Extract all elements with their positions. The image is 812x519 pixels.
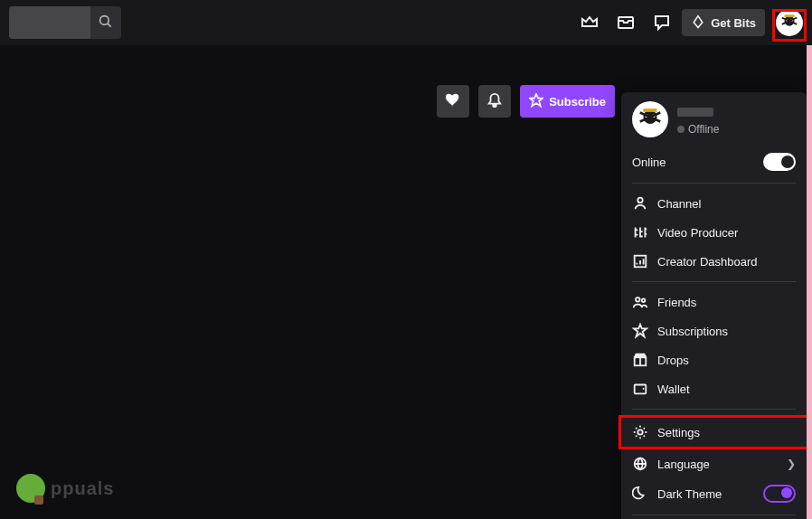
language-label: Language — [657, 458, 710, 471]
chevron-right-icon: ❯ — [787, 458, 796, 470]
bits-icon — [691, 14, 705, 32]
dashboard-icon — [632, 253, 648, 269]
status-label: Offline — [688, 123, 719, 136]
menu-item-creator-dashboard[interactable]: Creator Dashboard — [621, 247, 807, 276]
friends-icon — [632, 294, 648, 310]
channel-action-row: Subscribe — [437, 85, 615, 118]
svg-point-14 — [637, 429, 642, 434]
subscribe-label: Subscribe — [549, 95, 606, 109]
menu-header: Offline — [621, 101, 807, 146]
svg-point-13 — [643, 388, 645, 390]
subscribe-button[interactable]: Subscribe — [520, 85, 615, 118]
wallet-label: Wallet — [657, 382, 690, 396]
moon-icon — [632, 486, 648, 502]
divider — [632, 514, 796, 515]
creator-dashboard-label: Creator Dashboard — [657, 255, 758, 269]
get-bits-label: Get Bits — [711, 16, 756, 30]
menu-item-video-producer[interactable]: Video Producer — [621, 218, 807, 247]
search-input[interactable] — [9, 6, 90, 39]
online-toggle[interactable] — [763, 153, 796, 171]
subscriptions-label: Subscriptions — [657, 325, 728, 338]
watermark-logo-icon — [16, 474, 45, 503]
menu-avatar — [632, 101, 668, 137]
menu-item-wallet[interactable]: Wallet — [621, 374, 807, 403]
divider — [632, 183, 796, 184]
menu-username — [677, 108, 713, 117]
divider — [632, 409, 796, 410]
online-toggle-row: Online — [621, 146, 807, 177]
watermark-text: ppuals — [51, 478, 114, 499]
prime-loot-icon[interactable] — [581, 14, 599, 32]
get-bits-button[interactable]: Get Bits — [682, 9, 765, 36]
search-button[interactable] — [90, 6, 121, 39]
follow-button[interactable] — [437, 85, 469, 118]
bell-icon — [486, 92, 503, 111]
dark-theme-toggle[interactable] — [763, 485, 796, 503]
menu-item-subscriptions[interactable]: Subscriptions — [621, 316, 807, 345]
channel-icon — [632, 195, 648, 212]
status-dot-icon — [677, 126, 685, 133]
online-label: Online — [632, 156, 754, 169]
heart-icon — [445, 92, 461, 111]
menu-item-settings[interactable]: Settings — [618, 415, 809, 449]
divider — [632, 281, 796, 282]
top-icon-group — [581, 14, 671, 32]
channel-label: Channel — [657, 197, 701, 211]
svg-point-10 — [642, 298, 646, 302]
menu-item-drops[interactable]: Drops — [621, 345, 807, 374]
svg-point-7 — [637, 198, 642, 203]
friends-label: Friends — [657, 296, 696, 309]
watermark: ppuals — [16, 474, 114, 503]
menu-item-dark-theme: Dark Theme — [621, 478, 807, 509]
svg-point-9 — [636, 297, 640, 302]
skull-avatar-icon — [779, 13, 799, 33]
drops-icon — [632, 352, 648, 368]
wallet-icon — [632, 381, 648, 397]
drops-label: Drops — [657, 354, 689, 367]
star-icon — [529, 93, 543, 110]
menu-item-channel[interactable]: Channel — [621, 189, 807, 218]
right-edge-decoration — [807, 45, 812, 519]
settings-label: Settings — [657, 426, 700, 439]
gear-icon — [632, 424, 648, 440]
svg-rect-12 — [635, 385, 647, 394]
video-producer-icon — [632, 224, 648, 241]
menu-status: Offline — [677, 123, 796, 136]
notifications-button[interactable] — [478, 85, 511, 118]
video-producer-label: Video Producer — [657, 226, 738, 240]
user-dropdown-menu: Offline Online Channel Video Producer — [621, 92, 807, 519]
skull-avatar-icon — [637, 106, 664, 133]
search-container — [9, 6, 121, 39]
search-icon — [99, 14, 113, 32]
top-navigation-bar: Get Bits — [0, 0, 812, 45]
dark-theme-label: Dark Theme — [657, 487, 754, 501]
globe-icon — [632, 456, 648, 472]
whispers-icon[interactable] — [653, 14, 671, 32]
star-icon — [632, 323, 648, 339]
menu-item-language[interactable]: Language ❯ — [621, 449, 807, 478]
menu-item-friends[interactable]: Friends — [621, 288, 807, 316]
inbox-icon[interactable] — [617, 14, 635, 32]
user-avatar-button[interactable] — [776, 9, 803, 36]
